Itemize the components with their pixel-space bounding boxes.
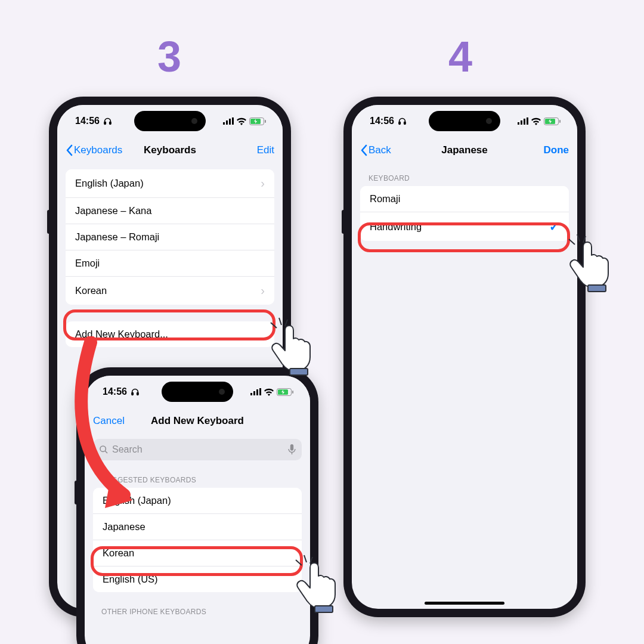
svg-rect-26 [524, 119, 525, 125]
svg-rect-11 [250, 393, 252, 395]
status-time: 14:56 [370, 116, 394, 126]
svg-rect-24 [518, 122, 519, 125]
home-indicator [425, 602, 504, 605]
svg-rect-22 [399, 122, 401, 124]
wifi-icon [531, 117, 541, 125]
svg-rect-2 [223, 122, 225, 125]
svg-rect-5 [232, 117, 234, 125]
wifi-icon [264, 388, 274, 396]
other-keyboards-header: OTHER IPHONE KEYBOARDS [85, 603, 310, 620]
row-label: English (US) [103, 574, 158, 585]
done-button[interactable]: Done [499, 144, 569, 156]
svg-rect-25 [521, 120, 522, 125]
row-label: Japanese [103, 521, 145, 532]
svg-rect-13 [256, 389, 258, 395]
headphones-icon [398, 117, 407, 126]
svg-rect-8 [265, 120, 266, 123]
svg-rect-3 [226, 120, 228, 125]
row-label: Japanese – Kana [75, 205, 151, 216]
suggested-korean[interactable]: Korean [93, 540, 302, 566]
back-label: Back [369, 144, 391, 156]
microphone-icon[interactable] [288, 444, 296, 455]
back-label: Keyboards [74, 144, 122, 156]
nav-bar: Back Japanese Done [352, 137, 577, 163]
wifi-icon [236, 117, 247, 125]
battery-icon [277, 388, 293, 396]
keyboard-type-handwriting[interactable]: Handwriting ✓ [360, 212, 569, 241]
row-label: English (Japan) [75, 178, 144, 189]
status-time: 14:56 [75, 116, 100, 126]
keyboard-row-japanese-romaji[interactable]: Japanese – Romaji [66, 224, 274, 250]
svg-rect-27 [527, 117, 528, 125]
keyboard-row-japanese-kana[interactable]: Japanese – Kana [66, 197, 274, 224]
suggested-japanese[interactable]: Japanese [93, 513, 302, 540]
nav-title: Japanese [430, 144, 500, 156]
back-button[interactable]: Back [360, 144, 430, 156]
svg-rect-12 [253, 391, 255, 395]
arrow-annotation [67, 336, 168, 515]
notch [134, 111, 206, 131]
checkmark-icon: ✓ [549, 219, 559, 234]
keyboard-list: English (Japan) › Japanese – Kana Japane… [66, 169, 274, 305]
cellular-icon [518, 117, 528, 125]
svg-rect-30 [559, 120, 561, 123]
svg-rect-17 [292, 391, 293, 394]
suggested-english-us[interactable]: English (US) [93, 566, 302, 592]
svg-rect-20 [290, 444, 293, 451]
headphones-icon [103, 117, 112, 126]
notch [429, 111, 500, 131]
svg-rect-14 [259, 388, 261, 395]
row-label: Japanese – Romaji [75, 231, 159, 243]
keyboard-row-korean[interactable]: Korean › [66, 276, 274, 305]
chevron-left-icon [360, 144, 367, 156]
phone-step4-japanese: 14:56 Back Japan [343, 97, 586, 617]
svg-rect-1 [110, 122, 112, 124]
keyboard-row-emoji[interactable]: Emoji [66, 250, 274, 276]
svg-rect-4 [229, 119, 231, 125]
step-number-4: 4 [448, 32, 472, 81]
keyboard-type-romaji[interactable]: Romaji [360, 186, 569, 212]
cellular-icon [250, 388, 261, 395]
nav-bar: Keyboards Keyboards Edit [57, 137, 283, 163]
cellular-icon [223, 117, 234, 125]
svg-rect-42 [588, 285, 606, 292]
row-label: Handwriting [370, 221, 422, 233]
svg-rect-23 [404, 122, 406, 124]
step-number-3: 3 [157, 32, 181, 81]
chevron-right-icon: › [261, 177, 265, 190]
notch [162, 382, 233, 402]
battery-icon [544, 117, 561, 125]
keyboard-section-header: KEYBOARD [352, 169, 577, 186]
battery-icon [249, 117, 266, 125]
nav-title: Keyboards [135, 144, 205, 156]
row-label: Korean [103, 547, 134, 559]
row-label: Emoji [75, 258, 100, 269]
row-label: Romaji [370, 193, 400, 205]
chevron-right-icon: › [261, 284, 265, 298]
edit-button[interactable]: Edit [205, 144, 274, 156]
keyboard-row-english-japan[interactable]: English (Japan) › [66, 169, 274, 197]
svg-rect-0 [104, 122, 106, 124]
row-label: Korean [75, 285, 107, 296]
keyboard-type-list: Romaji Handwriting ✓ [360, 186, 569, 241]
back-button[interactable]: Keyboards [66, 144, 135, 156]
chevron-left-icon [66, 144, 73, 156]
